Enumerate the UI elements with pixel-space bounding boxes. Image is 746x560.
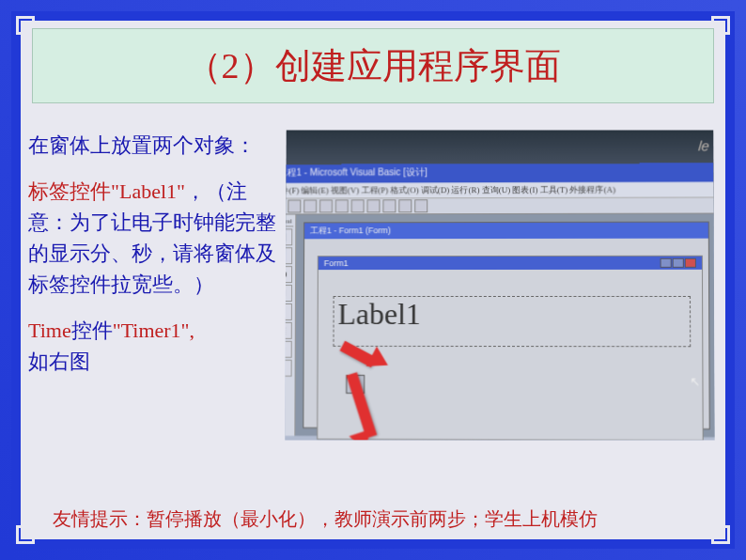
toolbox-header: General: [285, 217, 293, 227]
vb-body: General ▦ A ab ☐ ○ ⬚ ⏲ ■ 工程1 -: [285, 214, 714, 438]
p3-b: 控件: [71, 319, 113, 342]
vb-menubar: 文件(F) 编辑(E) 视图(V) 工程(P) 格式(O) 调试(D) 运行(R…: [285, 182, 714, 198]
vb-toolbar: [285, 197, 714, 215]
slide-frame: （2）创建应用程序界面 在窗体上放置两个对象： 标签控件"Label1"，（注意…: [0, 0, 746, 560]
content-area: （2）创建应用程序界面 在窗体上放置两个对象： 标签控件"Label1"，（注意…: [21, 21, 725, 539]
toolbar-button: [398, 199, 412, 212]
form-designer-area: 工程1 - Form1 (Form) Form1: [295, 214, 714, 438]
paragraph-3: Time控件"Timer1", 如右图: [28, 315, 280, 377]
vb-title-bar: 工程1 - Microsoft Visual Basic [设计]: [285, 166, 427, 179]
tool-item: ⬚: [285, 322, 291, 339]
body-row: 在窗体上放置两个对象： 标签控件"Label1"，（注意：为了让电子时钟能完整的…: [21, 103, 725, 440]
tool-item: ☐: [285, 285, 291, 302]
form1-title-text: Form1: [324, 258, 349, 268]
tool-label-icon: A: [285, 247, 291, 264]
footer-tip: 友情提示：暂停播放（最小化），教师演示前两步；学生上机模仿: [53, 506, 707, 532]
footer-prefix: 友情提示：: [53, 508, 147, 529]
toolbar-button: [367, 199, 381, 212]
arrow-icon: [347, 372, 378, 438]
slide-title: （2）创建应用程序界面: [186, 42, 561, 90]
paragraph-2: 标签控件"Label1"，（注意：为了让电子时钟能完整的显示分、秒，请将窗体及标…: [28, 176, 280, 300]
screenshot-photo: le 工程1 - Microsoft Visual Basic [设计] 文件(…: [285, 131, 714, 441]
toolbar-button: [351, 199, 365, 212]
toolbar-button: [414, 199, 427, 212]
form1-titlebar: Form1: [319, 257, 702, 270]
tool-item: ab: [285, 266, 291, 283]
title-box: （2）创建应用程序界面: [32, 28, 714, 103]
footer-body: 暂停播放（最小化），教师演示前两步；学生上机模仿: [147, 508, 598, 529]
toolbar-button: [319, 200, 333, 213]
arrow-to-timer: [334, 374, 381, 441]
form-container-title: 工程1 - Form1 (Form): [304, 223, 708, 240]
form-window-buttons: [661, 258, 696, 268]
arrow-to-label: [342, 333, 389, 370]
cursor-icon: ↖: [690, 375, 700, 390]
minimize-icon: [661, 258, 672, 268]
time-highlight: Time: [28, 319, 71, 342]
vb-ide-window: 工程1 - Microsoft Visual Basic [设计] 文件(F) …: [285, 163, 714, 438]
laptop-logo: le: [698, 138, 710, 154]
toolbar-button: [335, 200, 349, 213]
tool-item: ○: [285, 303, 291, 320]
close-icon: [685, 258, 696, 268]
instruction-text: 在窗体上放置两个对象： 标签控件"Label1"，（注意：为了让电子时钟能完整的…: [28, 130, 280, 440]
toolbar-button: [288, 200, 301, 213]
maximize-icon: [673, 258, 684, 268]
toolbar-button: [303, 200, 317, 213]
tool-item: ■: [285, 360, 291, 377]
paragraph-1: 在窗体上放置两个对象：: [28, 130, 280, 161]
toolbar-button: [382, 199, 396, 212]
label1-highlight: 标签控件"Label1": [28, 179, 185, 203]
tool-item: ▦: [285, 228, 292, 245]
p3-d: 如右图: [28, 346, 280, 377]
tool-timer-icon: ⏲: [285, 341, 291, 358]
timer1-highlight: "Timer1",: [113, 319, 194, 342]
